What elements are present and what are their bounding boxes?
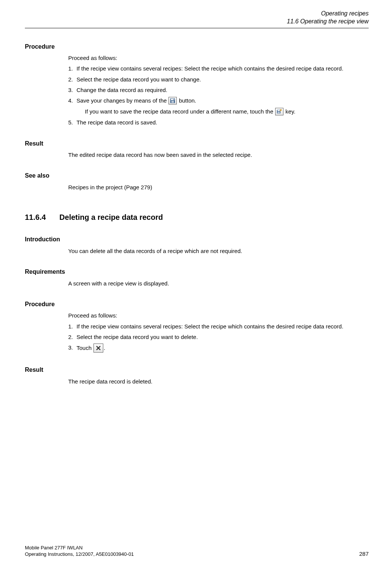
list-item-text: Change the data record as required.	[77, 86, 369, 94]
footer-product: Mobile Panel 277F IWLAN	[25, 545, 134, 551]
text-span: key.	[284, 108, 296, 115]
save-icon[interactable]	[168, 97, 177, 104]
list-item-text: Save your changes by means of the button…	[77, 97, 369, 116]
list-item-number: 1.	[68, 65, 77, 72]
heading-procedure: Procedure	[25, 300, 369, 308]
list-item-number: 2.	[68, 333, 77, 341]
list-item-text: Touch .	[77, 344, 369, 353]
result-text: The recipe data record is deleted.	[68, 378, 369, 385]
list-item: 3. Touch .	[68, 344, 369, 353]
heading-introduction: Introduction	[25, 235, 369, 244]
list-item: 4. Save your changes by means of the but…	[68, 97, 369, 116]
heading-see-also: See also	[25, 172, 369, 180]
list-item-text: If the recipe view contains several reci…	[77, 323, 369, 330]
procedure-intro: Proceed as follows:	[68, 312, 369, 319]
list-item-text: The recipe data record is saved.	[77, 119, 369, 126]
header-section: 11.6 Operating the recipe view	[25, 18, 369, 26]
text-span: .	[104, 345, 105, 351]
list-item: 2. Select the recipe data record you wan…	[68, 76, 369, 83]
procedure-list: 1. If the recipe view contains several r…	[68, 65, 369, 126]
introduction-text: You can delete all the data records of a…	[68, 247, 369, 255]
text-span: If you want to save the recipe data reco…	[85, 108, 275, 115]
list-item: 2. Select the recipe data record you wan…	[68, 333, 369, 341]
list-item-text: Select the recipe data record you want t…	[77, 333, 369, 341]
text-span: Save your changes by means of the	[77, 97, 168, 104]
list-item: 1. If the recipe view contains several r…	[68, 323, 369, 330]
list-item-text: If the recipe view contains several reci…	[77, 65, 369, 72]
list-item: 1. If the recipe view contains several r…	[68, 65, 369, 72]
heading-requirements: Requirements	[25, 268, 369, 276]
page-footer: Mobile Panel 277F IWLAN Operating Instru…	[25, 545, 369, 558]
svg-rect-2	[172, 101, 174, 103]
header-rule	[25, 28, 369, 28]
chapter-title: Deleting a recipe data record	[60, 212, 163, 222]
list-item-number: 1.	[68, 323, 77, 330]
save-as-icon[interactable]	[275, 108, 283, 115]
heading-procedure: Procedure	[25, 43, 369, 51]
footer-docinfo: Operating Instructions, 12/2007, A5E0100…	[25, 551, 134, 558]
list-item-number: 4.	[68, 97, 77, 104]
chapter-number: 11.6.4	[25, 212, 46, 222]
svg-rect-5	[278, 110, 280, 111]
list-item-number: 5.	[68, 119, 77, 126]
svg-rect-6	[278, 112, 280, 113]
svg-rect-1	[171, 99, 175, 100]
text-span: Touch	[77, 345, 93, 351]
delete-icon[interactable]	[93, 344, 103, 353]
list-item: 3. Change the data record as required.	[68, 86, 369, 94]
list-item-text: Select the recipe data record you want t…	[77, 76, 369, 83]
list-item: 5. The recipe data record is saved.	[68, 119, 369, 126]
result-text: The edited recipe data record has now be…	[68, 151, 369, 159]
page-number: 287	[359, 550, 369, 558]
procedure-intro: Proceed as follows:	[68, 54, 369, 62]
chapter-heading: 11.6.4 Deleting a recipe data record	[25, 212, 369, 222]
list-item-number: 3.	[68, 86, 77, 94]
svg-rect-3	[173, 99, 174, 100]
procedure-list: 1. If the recipe view contains several r…	[68, 323, 369, 353]
page-header: Operating recipes 11.6 Operating the rec…	[25, 10, 369, 26]
requirements-text: A screen with a recipe view is displayed…	[68, 280, 369, 287]
list-item-number: 3.	[68, 344, 77, 351]
header-chapter: Operating recipes	[25, 10, 369, 18]
heading-result: Result	[25, 366, 369, 374]
list-item-number: 2.	[68, 76, 77, 83]
text-span: button.	[177, 97, 196, 104]
see-also-text: Recipes in the project (Page 279)	[68, 184, 369, 191]
heading-result: Result	[25, 140, 369, 148]
